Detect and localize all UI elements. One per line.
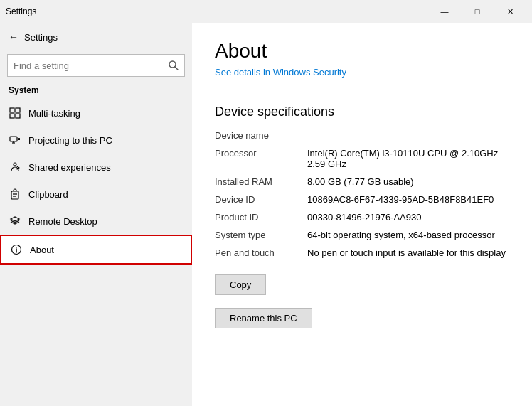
main-layout: ← Settings System Multi-tasking (0, 23, 532, 406)
close-button[interactable]: ✕ (494, 0, 526, 23)
copy-button[interactable]: Copy (215, 274, 266, 295)
rename-button-row: Rename this PC (215, 299, 509, 328)
table-row: Pen and touchNo pen or touch input is av… (215, 244, 509, 262)
search-button[interactable] (162, 54, 185, 77)
spec-label: Pen and touch (215, 244, 307, 262)
svg-rect-6 (10, 137, 17, 141)
spec-value: No pen or touch input is available for t… (307, 244, 509, 262)
svg-point-16 (16, 247, 17, 248)
svg-point-10 (14, 163, 16, 166)
svg-rect-4 (10, 114, 14, 118)
spec-value (307, 127, 509, 144)
svg-rect-5 (16, 114, 20, 118)
spec-value: Intel(R) Core(TM) i3-10110U CPU @ 2.10GH… (307, 144, 509, 173)
sidebar-item-projecting[interactable]: Projecting to this PC (0, 127, 192, 154)
table-row: Device ID10869AC8-6F67-4339-95AD-5B48F8B… (215, 191, 509, 208)
page-title: About (215, 40, 509, 63)
sidebar-item-clipboard[interactable]: Clipboard (0, 181, 192, 208)
table-row: Device name (215, 127, 509, 144)
content-area: About See details in Windows Security De… (192, 23, 532, 406)
svg-line-1 (175, 67, 178, 70)
sidebar-title: Settings (24, 32, 58, 43)
search-box (7, 54, 185, 77)
spec-value: 00330-81496-21976-AA930 (307, 208, 509, 226)
table-row: System type64-bit operating system, x64-… (215, 226, 509, 244)
search-icon (168, 60, 179, 71)
sidebar-item-multitasking-label: Multi-tasking (28, 108, 80, 119)
remote-icon (9, 215, 21, 228)
spec-label: System type (215, 226, 307, 244)
svg-rect-7 (18, 138, 20, 140)
minimize-button[interactable]: — (428, 0, 461, 23)
table-row: Installed RAM8.00 GB (7.77 GB usable) (215, 173, 509, 191)
spec-value: 64-bit operating system, x64-based proce… (307, 226, 509, 244)
about-icon (10, 243, 23, 256)
title-bar-title: Settings (6, 6, 36, 16)
multitasking-icon (9, 107, 21, 119)
rename-button[interactable]: Rename this PC (215, 308, 312, 328)
spec-label: Processor (215, 144, 307, 173)
spec-label: Device ID (215, 191, 307, 208)
sidebar-item-shared[interactable]: Shared experiences (0, 154, 192, 181)
shared-icon (9, 161, 21, 173)
device-specs-title: Device specifications (215, 105, 509, 119)
sidebar-item-about-label: About (30, 245, 54, 255)
spec-label: Device name (215, 127, 307, 144)
sidebar-item-remote[interactable]: Remote Desktop (0, 208, 192, 235)
maximize-button[interactable]: □ (461, 0, 494, 23)
sidebar-item-shared-label: Shared experiences (28, 162, 111, 173)
projecting-icon (9, 134, 21, 146)
search-input[interactable] (7, 54, 185, 77)
sidebar: ← Settings System Multi-tasking (0, 23, 192, 406)
table-row: ProcessorIntel(R) Core(TM) i3-10110U CPU… (215, 144, 509, 173)
sidebar-item-multitasking[interactable]: Multi-tasking (0, 100, 192, 127)
spec-label: Product ID (215, 208, 307, 226)
sidebar-item-remote-label: Remote Desktop (28, 216, 97, 227)
action-buttons: Copy (215, 266, 509, 295)
title-bar-left: Settings (6, 6, 36, 16)
spec-label: Installed RAM (215, 173, 307, 191)
sidebar-item-clipboard-label: Clipboard (28, 189, 68, 200)
sidebar-back-button[interactable]: ← Settings (0, 23, 192, 51)
svg-rect-3 (16, 108, 20, 112)
specs-table: Device nameProcessorIntel(R) Core(TM) i3… (215, 127, 509, 262)
spec-value: 10869AC8-6F67-4339-95AD-5B48F8B41EF0 (307, 191, 509, 208)
clipboard-icon (9, 188, 21, 201)
spec-value: 8.00 GB (7.77 GB usable) (307, 173, 509, 191)
windows-security-link[interactable]: See details in Windows Security (215, 67, 346, 78)
table-row: Product ID00330-81496-21976-AA930 (215, 208, 509, 226)
back-arrow-icon: ← (9, 31, 18, 43)
title-bar-controls: — □ ✕ (428, 0, 526, 23)
title-bar: Settings — □ ✕ (0, 0, 532, 23)
sidebar-item-projecting-label: Projecting to this PC (28, 135, 112, 146)
svg-rect-11 (11, 191, 18, 199)
sidebar-item-about[interactable]: About (0, 235, 192, 265)
sidebar-section-label: System (0, 82, 192, 100)
svg-rect-2 (10, 108, 14, 112)
